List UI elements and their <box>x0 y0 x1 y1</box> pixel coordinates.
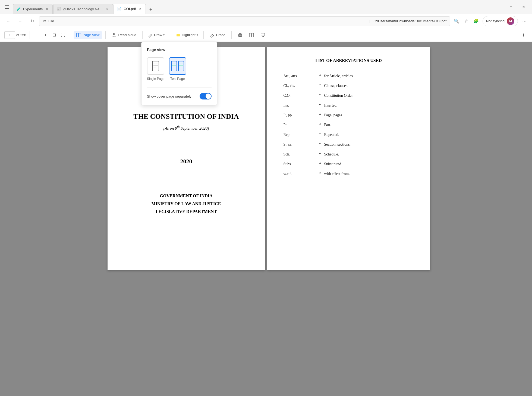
tab-close-coi[interactable]: ✕ <box>138 7 142 11</box>
erase-icon <box>210 33 215 38</box>
tab-close-experiments[interactable]: ✕ <box>45 7 49 11</box>
close-button[interactable]: ✕ <box>517 2 530 12</box>
abbrev-row: Art., arts. “ for Article, articles. <box>284 71 414 81</box>
two-page-svg <box>171 61 184 71</box>
addressbar: ← → ↻ 🗂 File | C:/Users/marti/Downloads/… <box>0 14 532 28</box>
popup-toggle-row: Show cover page separately <box>147 93 212 99</box>
avatar: M <box>507 17 514 25</box>
draw-label: Draw <box>154 33 162 37</box>
popup-options: Single Page Two Page <box>147 57 212 81</box>
abbrev-quote: “ <box>316 123 324 127</box>
pin-icon <box>521 33 526 38</box>
tab-favicon-coi: 📄 <box>117 7 121 11</box>
show-cover-label: Show cover page separately <box>147 94 191 98</box>
view-toggle-icon <box>249 33 254 38</box>
toolbar-separator-5 <box>170 31 170 39</box>
svg-rect-24 <box>152 61 159 71</box>
abbrev-value: Substituted. <box>324 162 414 166</box>
show-cover-toggle[interactable] <box>200 93 212 99</box>
address-path: C:/Users/marti/Downloads/Documents/COI.p… <box>373 19 446 23</box>
highlight-button-group[interactable]: Highlight ▾ <box>174 31 200 39</box>
read-aloud-button[interactable]: Read aloud <box>109 31 139 39</box>
abbrev-key: Pt. <box>284 123 316 127</box>
abbrev-row: Cl., cls. “ Clause, clauses. <box>284 81 414 91</box>
abbrev-row: Ins. “ Inserted. <box>284 101 414 110</box>
extensions-button[interactable]: 🧩 <box>472 17 480 26</box>
svg-rect-3 <box>77 33 78 37</box>
draw-chevron-icon[interactable]: ▾ <box>163 33 165 36</box>
single-page-option[interactable]: Single Page <box>147 57 165 81</box>
tab-title-experiments: Experiments <box>23 7 43 11</box>
tab-favicon-experiments: 🧪 <box>17 7 21 11</box>
abbrev-value: Page, pages. <box>324 113 414 117</box>
svg-rect-2 <box>5 8 9 9</box>
abbrev-key: Sch. <box>284 152 316 157</box>
pin-button[interactable] <box>519 31 528 39</box>
popup-divider <box>147 87 212 88</box>
constitution-footer: GOVERNMENT OF INDIA MINISTRY OF LAW AND … <box>152 192 221 216</box>
page-of-label: of <box>16 33 19 37</box>
toolbar-separator-7 <box>231 31 232 39</box>
sidebar-toggle-button[interactable] <box>2 2 12 12</box>
tab-close-ghacks[interactable]: ✕ <box>105 7 109 11</box>
zoom-in-button[interactable]: + <box>42 31 49 39</box>
erase-button[interactable]: Erase <box>207 31 228 39</box>
svg-rect-0 <box>5 5 9 6</box>
footer-line-1: GOVERNMENT OF INDIA <box>152 192 221 200</box>
annotation-icon <box>260 33 265 38</box>
fit-page-button[interactable]: ⊡ <box>51 31 58 39</box>
abbrev-value: Part. <box>324 123 414 127</box>
pdf-right-panel: LIST OF ABBREVIATIONS USED Art., arts. “… <box>266 42 532 396</box>
abbrev-row: S., ss. “ Section, sections. <box>284 140 414 149</box>
toolbar-separator-4 <box>142 31 143 39</box>
abbrev-value: Inserted. <box>324 103 414 108</box>
view-toggle-button[interactable] <box>246 31 257 39</box>
abbrev-row: Rep. “ Repealed. <box>284 130 414 140</box>
maximize-button[interactable]: □ <box>505 2 517 12</box>
minimize-button[interactable]: ─ <box>492 2 505 12</box>
new-tab-button[interactable]: + <box>146 5 155 14</box>
abbrev-quote: “ <box>316 74 324 78</box>
page-view-button[interactable]: Page View <box>74 31 102 39</box>
abbreviations-table: Art., arts. “ for Article, articles. Cl.… <box>284 71 414 179</box>
print-button[interactable] <box>235 31 245 39</box>
draw-button-group[interactable]: Draw ▾ <box>146 31 167 39</box>
favorites-button[interactable]: ☆ <box>462 17 471 26</box>
two-page-option[interactable]: Two Page <box>169 57 186 81</box>
full-screen-button[interactable]: ⛶ <box>59 31 67 39</box>
constitution-title: THE CONSTITUTION OF INDIA <box>133 113 239 121</box>
erase-label: Erase <box>216 33 225 37</box>
two-page-label: Two Page <box>170 77 185 81</box>
abbrev-value: Section, sections. <box>324 142 414 147</box>
draw-icon <box>148 33 153 38</box>
address-bar[interactable]: 🗂 File | C:/Users/marti/Downloads/Docume… <box>39 16 450 26</box>
search-button[interactable]: 🔍 <box>452 17 461 26</box>
abbrev-key: Ins. <box>284 103 316 108</box>
svg-rect-10 <box>252 33 254 37</box>
toolbar-separator-6 <box>203 31 204 39</box>
abbrev-key: Subs. <box>284 162 316 166</box>
highlight-label: Highlight <box>182 33 196 37</box>
highlight-chevron-icon[interactable]: ▾ <box>197 33 198 36</box>
annotation-button[interactable] <box>258 31 268 39</box>
forward-button[interactable]: → <box>15 16 25 26</box>
tab-title-coi: COI.pdf <box>124 7 136 11</box>
abbrev-quote: “ <box>316 84 324 88</box>
two-page-icon <box>169 57 186 75</box>
more-options-button[interactable]: ⋯ <box>520 17 529 26</box>
svg-rect-11 <box>261 33 265 36</box>
not-syncing-button[interactable]: Not syncing M <box>483 16 518 26</box>
back-button[interactable]: ← <box>3 16 13 26</box>
zoom-out-button[interactable]: − <box>33 31 41 39</box>
tab-coi[interactable]: 📄 COI.pdf ✕ <box>114 4 146 14</box>
abbrev-key: P., pp. <box>284 113 316 117</box>
tab-experiments[interactable]: 🧪 Experiments ✕ <box>13 4 53 14</box>
page-number-input[interactable] <box>4 31 15 39</box>
page-view-popup: Page view Single Page <box>141 42 217 105</box>
not-syncing-label: Not syncing <box>486 19 505 23</box>
refresh-button[interactable]: ↻ <box>27 16 37 26</box>
footer-line-3: LEGISLATIVE DEPARTMENT <box>152 208 221 216</box>
address-separator: | <box>369 19 370 23</box>
abbrev-value: Repealed. <box>324 133 414 137</box>
tab-ghacks[interactable]: 📰 gHacks Technology News ✕ <box>53 4 113 14</box>
